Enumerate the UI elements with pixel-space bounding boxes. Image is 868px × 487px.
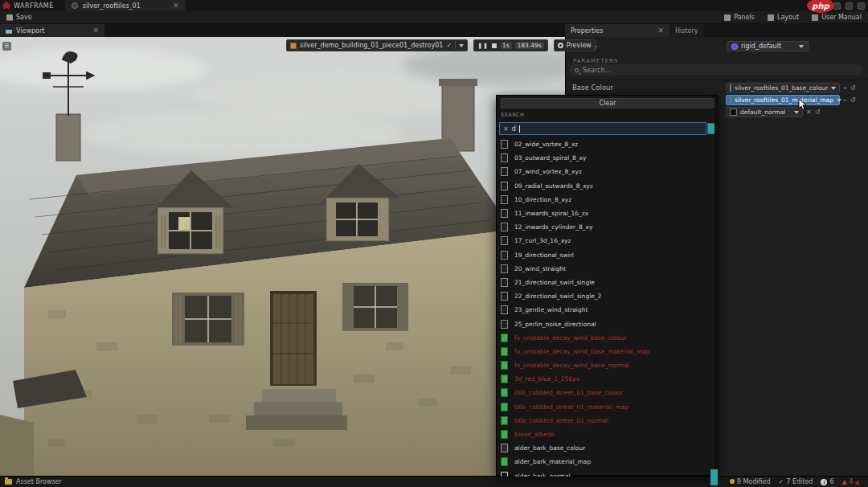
- playback-controls: ❚❚ 1s 183.49s: [473, 39, 548, 51]
- list-item-label: 10_direction_8_xyz: [514, 196, 571, 203]
- layout-icon: [768, 14, 774, 21]
- close-icon[interactable]: ✕: [173, 2, 179, 10]
- parameter-search-input[interactable]: Search...: [569, 64, 863, 76]
- panels-button[interactable]: Panels: [718, 11, 761, 24]
- asset-cube-icon: [290, 43, 297, 49]
- list-item-label: 06b_cobbled_street_01_base_colour: [514, 389, 623, 396]
- list-item[interactable]: fx_unstable_decay_wind_base_colour: [497, 331, 714, 345]
- base-colour-slot: silver_rooftiles_01_base_colour ⌁ ↺: [726, 83, 856, 93]
- panels-icon: [724, 14, 731, 21]
- list-item[interactable]: fx_unstable_decay_wind_base_normal: [497, 358, 714, 372]
- list-item[interactable]: alder_bark_material_map: [497, 455, 714, 469]
- reset-icon[interactable]: ↺: [850, 84, 856, 92]
- layout-button[interactable]: Layout: [761, 11, 805, 24]
- picker-search-input[interactable]: ✕ d: [499, 122, 706, 135]
- picker-resize-grip[interactable]: [710, 469, 718, 485]
- check-icon: ✓: [446, 42, 452, 49]
- list-item[interactable]: 09_radial_outwards_8_xyz: [497, 179, 714, 193]
- reset-icon[interactable]: ↺: [815, 108, 821, 116]
- close-icon[interactable]: ✕: [657, 27, 664, 35]
- chevron-down-icon: [831, 87, 836, 90]
- list-item[interactable]: alder_bark_base_colour: [497, 441, 714, 455]
- list-item[interactable]: 25_perlin_noise_directional: [497, 317, 714, 330]
- tab-viewport[interactable]: Viewport ✕: [0, 24, 104, 37]
- list-item[interactable]: 3d_red_blue_1_256px: [497, 372, 714, 386]
- reset-icon[interactable]: ↺: [850, 96, 856, 104]
- list-item[interactable]: 07_wind_vortex_8_xyz: [497, 165, 714, 178]
- close-icon[interactable]: ✕: [92, 27, 99, 35]
- time-total-value[interactable]: 183.49s: [515, 42, 544, 49]
- clear-button[interactable]: Clear: [501, 98, 714, 108]
- base-colour-texture-dropdown[interactable]: silver_rooftiles_01_base_colour: [726, 83, 840, 93]
- list-item[interactable]: 12_inwards_cylinder_8_xy: [497, 220, 714, 234]
- list-item[interactable]: blood_albedo: [497, 428, 714, 441]
- texture-thumbnail: [501, 403, 508, 411]
- watermark-social-icon-3: [858, 2, 865, 10]
- list-item[interactable]: 06b_cobbled_street_01_base_colour: [497, 386, 714, 399]
- viewport-tabstrip: Viewport ✕: [0, 24, 565, 37]
- texture-name: default_normal: [740, 108, 785, 116]
- list-item[interactable]: 06b_cobbled_street_01_normal: [497, 414, 714, 428]
- texture-thumbnail: [501, 457, 508, 466]
- picker-scrollbar[interactable]: [714, 96, 719, 477]
- shader-dropdown[interactable]: rigid_default: [727, 41, 809, 51]
- chevron-down-icon: [837, 99, 841, 102]
- texture-thumbnail: [501, 388, 508, 397]
- list-item[interactable]: 06b_cobbled_street_01_material_map: [497, 400, 714, 414]
- user-manual-icon: [812, 14, 818, 21]
- texture-thumbnail: [501, 182, 508, 190]
- user-manual-label: User Manual: [821, 14, 862, 21]
- user-manual-button[interactable]: User Manual: [805, 11, 868, 24]
- error-icon: ▲: [855, 478, 860, 485]
- asset-dropdown[interactable]: silver_demo_building_01_piece01_destroy0…: [286, 39, 468, 51]
- list-item[interactable]: 22_directional_swirl_single_2: [497, 289, 714, 303]
- clear-search-icon[interactable]: ✕: [503, 125, 509, 133]
- shader-dropdown-value: rigid_default: [741, 43, 781, 50]
- document-tab[interactable]: silver_rooftiles_01 ✕: [65, 0, 186, 11]
- pause-button[interactable]: ❚❚: [477, 43, 489, 49]
- stop-button[interactable]: [492, 43, 497, 48]
- save-button[interactable]: Save: [0, 11, 39, 24]
- list-item[interactable]: 19_directional_swirl: [497, 248, 714, 262]
- properties-tab-label: Properties: [571, 27, 603, 35]
- editor-window: WARFRAME silver_rooftiles_01 ✕ php Save …: [0, 0, 868, 487]
- texture-thumbnail: [501, 292, 508, 301]
- shader-icon: [731, 43, 738, 50]
- unlink-icon[interactable]: ⌁: [843, 96, 847, 104]
- chevron-down-icon: [799, 45, 804, 48]
- material-map-texture-dropdown[interactable]: silver_rooftiles_01_material_map: [726, 95, 840, 105]
- preview-icon: [558, 43, 563, 48]
- list-item[interactable]: 11_inwards_spiral_16_zx: [497, 207, 714, 220]
- list-item[interactable]: alder_bark_normal: [497, 469, 714, 477]
- list-item[interactable]: 03_outward_spiral_8_xy: [497, 151, 714, 165]
- material-map-slot: silver_rooftiles_01_material_map ⌁ ↺: [726, 95, 856, 105]
- tab-history[interactable]: History: [669, 24, 703, 37]
- list-item-label: blood_albedo: [514, 431, 555, 438]
- list-item-label: 17_curl_3d_16_xyz: [514, 237, 571, 244]
- viewport-menu-icon[interactable]: ☰: [2, 42, 11, 51]
- viewport-tab-icon: [6, 27, 12, 34]
- asset-browser-button[interactable]: Asset Browser: [16, 478, 62, 485]
- list-item[interactable]: 17_curl_3d_16_xyz: [497, 234, 714, 248]
- modified-status[interactable]: 9 Modified: [730, 478, 771, 485]
- base-colour-label: Base Colour: [572, 84, 613, 92]
- unlink-icon[interactable]: ⌁: [843, 84, 847, 92]
- info-status[interactable]: i6: [821, 478, 833, 485]
- texture-thumbnail: [501, 347, 508, 356]
- edited-status[interactable]: ✓7 Edited: [779, 478, 813, 485]
- list-item[interactable]: 23_gentle_wind_straight: [497, 303, 714, 317]
- list-item[interactable]: 10_direction_8_xyz: [497, 193, 714, 207]
- warning-status[interactable]: ▲ 4 ▲: [842, 478, 861, 485]
- list-item[interactable]: 20_wind_straight: [497, 262, 714, 276]
- time-step-value[interactable]: 1s: [500, 42, 512, 49]
- list-item[interactable]: 02_wide_vortex_8_xz: [497, 137, 714, 151]
- viewport-3d-scene[interactable]: [0, 37, 565, 476]
- preview-button[interactable]: Preview: [554, 39, 596, 51]
- list-item-label: alder_bark_material_map: [514, 458, 591, 465]
- texture-thumbnail: [501, 320, 508, 329]
- list-item[interactable]: 21_directional_swirl_single: [497, 276, 714, 289]
- chevron-down-icon[interactable]: [459, 44, 464, 47]
- list-item[interactable]: fx_unstable_decay_wind_base_material_map: [497, 345, 714, 358]
- tab-properties[interactable]: Properties ✕: [565, 24, 669, 37]
- normal-texture-dropdown[interactable]: default_normal: [726, 107, 803, 117]
